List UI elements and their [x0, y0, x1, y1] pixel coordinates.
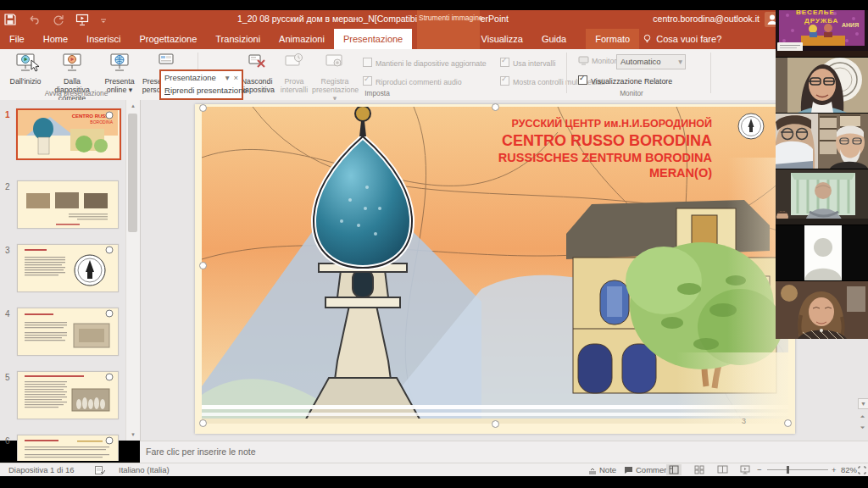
- redo-icon[interactable]: [52, 13, 65, 26]
- comments-toggle-icon: [624, 466, 633, 474]
- tab-guida[interactable]: Guida: [532, 29, 576, 49]
- center-emblem-logo: [737, 113, 765, 140]
- canvas-scroll-down-icon[interactable]: ▼: [858, 398, 868, 409]
- slide-title-de: RUSSISCHES ZENTRUM BORODINA: [498, 150, 712, 165]
- rehearse-timings-icon: [276, 53, 312, 75]
- scrollbar-thumb[interactable]: [128, 114, 137, 232]
- contextual-tab-group: Strumenti immagine: [417, 10, 480, 49]
- from-beginning-label: Dall'inizio: [10, 77, 42, 86]
- view-reading-button[interactable]: [715, 464, 730, 475]
- slide-thumbnail-4[interactable]: [17, 308, 119, 356]
- checkbox-play-narrations[interactable]: Riproduci commenti audio: [363, 76, 462, 86]
- ribbon: Dall'inizio Dalla diapositiva corrente P…: [0, 49, 868, 101]
- view-slide-sorter-button[interactable]: [692, 464, 707, 475]
- thumbnail-number: 4: [5, 309, 14, 319]
- slide-thumbnail-3[interactable]: [17, 244, 119, 292]
- slide-title-ru: РУССКИЙ ЦЕНТР им.Н.И.БОРОДИНОЙ: [498, 118, 712, 131]
- tab-inserisci[interactable]: Inserisci: [77, 29, 130, 49]
- selection-handle[interactable]: [199, 419, 207, 427]
- rehearse-timings-button[interactable]: Prova intervalli: [276, 51, 312, 97]
- zoom-out-button[interactable]: −: [757, 465, 762, 474]
- zoom-in-button[interactable]: +: [832, 465, 837, 474]
- monitor-select-dropdown-icon: ▾: [678, 55, 682, 68]
- checkbox-presenter-view[interactable]: Visualizzazione Relatore: [578, 75, 672, 86]
- scroll-down-icon[interactable]: ▼: [128, 430, 138, 439]
- top-black-bar: [0, 0, 868, 10]
- view-normal-button[interactable]: [666, 464, 682, 475]
- tab-visualizza[interactable]: Visualizza: [472, 29, 532, 49]
- tab-home[interactable]: Home: [34, 29, 77, 49]
- spellcheck-icon[interactable]: [95, 466, 105, 474]
- window-title: 1_20 08 русский дом в мерано_N[Compatibi…: [195, 14, 551, 24]
- slide-title-block[interactable]: РУССКИЙ ЦЕНТР им.Н.И.БОРОДИНОЙ CENTRO RU…: [498, 118, 712, 180]
- checkbox-keep-slides-updated[interactable]: Mantieni le diapositive aggiornate: [363, 58, 487, 68]
- floating-menu-dropdown-icon[interactable]: ▾: [225, 71, 230, 84]
- slide-thumbnail-5[interactable]: [17, 371, 119, 419]
- selection-handle[interactable]: [199, 262, 207, 269]
- video-tile-avatar-placeholder[interactable]: [776, 225, 868, 280]
- video-tile-woman-brown-hair[interactable]: [776, 281, 868, 339]
- notes-toggle-icon: [588, 467, 597, 474]
- video-tile-woman-glasses[interactable]: [776, 58, 868, 113]
- floating-menu-selected[interactable]: Presentazione × ▾: [161, 71, 242, 84]
- selection-handle[interactable]: [784, 419, 792, 427]
- account-email[interactable]: centro.borodina@outlook.it: [653, 14, 760, 24]
- slide-indicator[interactable]: Diapositiva 1 di 16: [8, 465, 75, 474]
- contextual-tool-label: Strumenti immagine: [419, 14, 478, 22]
- presentation-floating-menu: Presentazione × ▾ Riprendi presentazione: [159, 69, 243, 100]
- group-separator: [710, 53, 711, 93]
- floating-menu-resume-item[interactable]: Riprendi presentazione: [161, 84, 242, 97]
- thumbnail-scrollbar[interactable]: ▲ ▼: [125, 100, 140, 441]
- checkbox-label: Riproduci commenti audio: [376, 78, 462, 86]
- bottom-black-bar: [0, 476, 868, 488]
- view-slideshow-button[interactable]: [737, 464, 753, 475]
- zoom-slider-handle[interactable]: [787, 466, 789, 474]
- selection-handle[interactable]: [492, 103, 499, 111]
- rehearse-timings-label: Prova intervalli: [281, 77, 308, 94]
- monitor-icon: [578, 56, 589, 65]
- selection-handle[interactable]: [199, 104, 207, 112]
- group-label-imposta: Imposta: [326, 89, 428, 97]
- monitor-select[interactable]: Automatico ▾: [616, 54, 686, 69]
- slide-title-city: MERAN(O): [498, 165, 712, 180]
- tab-presentazione[interactable]: Presentazione: [334, 29, 412, 49]
- screen-recording: 1_20 08 русский дом в мерано_N[Compatibi…: [0, 0, 868, 488]
- group-label-monitor: Monitor: [585, 89, 678, 97]
- checkbox-use-timings[interactable]: Usa intervalli: [500, 58, 555, 68]
- start-slideshow-icon[interactable]: [75, 13, 89, 26]
- present-online-icon: [100, 53, 139, 75]
- checkbox-label: Usa intervalli: [513, 59, 555, 68]
- tab-transizioni[interactable]: Transizioni: [206, 29, 270, 49]
- group-separator: [566, 53, 567, 93]
- language-indicator[interactable]: Italiano (Italia): [119, 465, 170, 474]
- notes-placeholder[interactable]: Fare clic per inserire le note: [146, 446, 256, 457]
- checkbox-label: Visualizzazione Relatore: [591, 77, 672, 86]
- video-tile-man-curtains[interactable]: [776, 169, 868, 225]
- undo-icon[interactable]: [27, 13, 41, 26]
- slide-thumbnail-6[interactable]: [17, 435, 119, 461]
- tell-me-box[interactable]: Cosa vuoi fare?: [639, 29, 731, 49]
- qat-dropdown-icon[interactable]: [100, 13, 107, 26]
- checkbox-icon: [578, 75, 587, 85]
- floating-menu-close-icon[interactable]: ×: [233, 71, 238, 84]
- fit-to-window-icon[interactable]: [858, 466, 866, 474]
- thumbnail-number: 3: [5, 246, 14, 255]
- slide-thumbnail-1[interactable]: CENTRO RUSSOBORODINA: [16, 108, 121, 160]
- video-tile-two-men[interactable]: [776, 114, 868, 169]
- zoom-slider-track[interactable]: [767, 469, 828, 470]
- notes-toggle[interactable]: Note: [599, 465, 616, 474]
- slide-editing-area[interactable]: РУССКИЙ ЦЕНТР им.Н.И.БОРОДИНОЙ CENTRO RU…: [195, 104, 795, 434]
- tab-animazioni[interactable]: Animazioni: [270, 29, 334, 49]
- save-icon[interactable]: [3, 13, 17, 26]
- tab-progettazione[interactable]: Progettazione: [130, 29, 206, 49]
- thumbnail-number: 5: [5, 373, 14, 382]
- zoom-level[interactable]: 82%: [841, 465, 857, 474]
- previous-slide-button[interactable]: ⏶: [858, 412, 867, 421]
- slide-thumbnail-2[interactable]: [17, 180, 119, 229]
- scroll-up-icon[interactable]: ▲: [128, 102, 138, 110]
- next-slide-button[interactable]: ⏷: [858, 423, 867, 432]
- stage-banner-line3: АНИЯ: [842, 22, 859, 28]
- selection-handle[interactable]: [492, 420, 499, 428]
- tab-file[interactable]: File: [0, 29, 34, 49]
- tab-formato[interactable]: Formato: [586, 29, 639, 49]
